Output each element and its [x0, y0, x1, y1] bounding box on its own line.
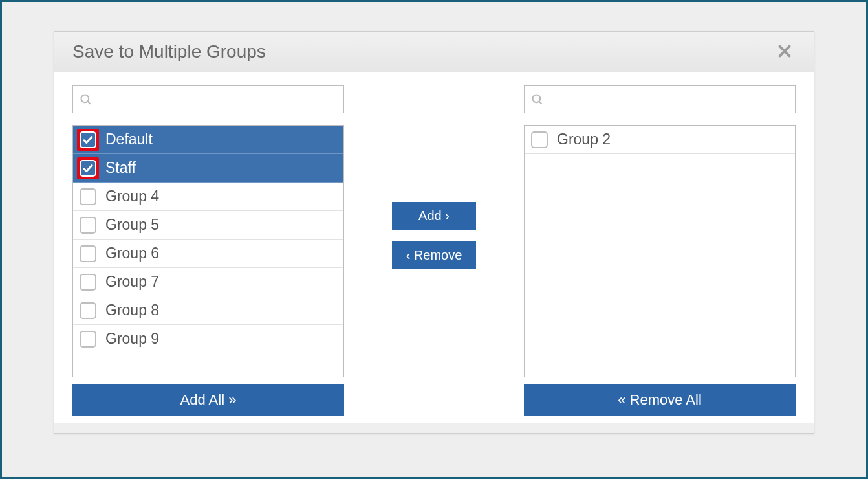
- available-search-input[interactable]: [98, 91, 337, 107]
- list-item-label: Group 4: [105, 188, 159, 205]
- close-button[interactable]: [774, 41, 796, 63]
- selected-groups-column: Group 2 « Remove All: [524, 85, 796, 416]
- checkbox[interactable]: [80, 302, 96, 319]
- selected-search-box[interactable]: [524, 85, 796, 113]
- available-search-box[interactable]: [72, 85, 344, 113]
- close-icon: [776, 43, 793, 60]
- checkbox[interactable]: [80, 245, 96, 262]
- list-item[interactable]: Group 7: [73, 268, 343, 296]
- list-item[interactable]: Group 4: [73, 183, 343, 211]
- svg-point-4: [533, 95, 541, 102]
- list-item-label: Group 2: [557, 131, 611, 148]
- checkbox[interactable]: [80, 331, 96, 348]
- list-item-label: Group 8: [105, 302, 159, 319]
- list-item[interactable]: Group 5: [73, 211, 343, 240]
- svg-line-5: [539, 101, 542, 104]
- add-button[interactable]: Add ›: [392, 202, 476, 230]
- search-icon: [531, 93, 544, 106]
- dialog-title: Save to Multiple Groups: [72, 41, 266, 62]
- highlight-annotation: [77, 157, 99, 179]
- search-icon: [80, 93, 92, 106]
- selected-search-input[interactable]: [549, 91, 788, 107]
- list-item-label: Staff: [105, 159, 136, 177]
- checkbox[interactable]: [80, 217, 96, 234]
- list-item-label: Group 9: [105, 330, 159, 348]
- checkbox[interactable]: [80, 160, 96, 177]
- list-item-label: Group 6: [105, 245, 159, 262]
- list-item[interactable]: Default: [73, 126, 343, 154]
- svg-line-3: [88, 101, 91, 104]
- checkbox[interactable]: [80, 274, 96, 291]
- list-item-label: Default: [105, 131, 153, 148]
- save-to-multiple-groups-dialog: Save to Multiple Groups DefaultStaffGrou…: [54, 31, 814, 434]
- remove-all-button[interactable]: « Remove All: [524, 384, 796, 416]
- list-item-label: Group 5: [105, 216, 159, 234]
- list-item[interactable]: Group 6: [73, 240, 343, 268]
- dialog-header: Save to Multiple Groups: [54, 32, 814, 72]
- dialog-body: DefaultStaffGroup 4Group 5Group 6Group 7…: [54, 72, 814, 416]
- checkbox[interactable]: [80, 131, 96, 148]
- selected-groups-list[interactable]: Group 2: [524, 125, 796, 377]
- checkbox[interactable]: [80, 188, 96, 205]
- add-all-button[interactable]: Add All »: [72, 384, 344, 416]
- list-item[interactable]: Group 9: [73, 325, 343, 353]
- transfer-buttons: Add › ‹ Remove: [344, 85, 524, 416]
- available-groups-list[interactable]: DefaultStaffGroup 4Group 5Group 6Group 7…: [72, 125, 344, 377]
- list-item[interactable]: Group 2: [525, 126, 795, 154]
- list-item-label: Group 7: [105, 273, 159, 291]
- checkbox[interactable]: [531, 131, 548, 148]
- available-groups-column: DefaultStaffGroup 4Group 5Group 6Group 7…: [72, 85, 344, 416]
- remove-button[interactable]: ‹ Remove: [392, 241, 477, 269]
- list-item[interactable]: Group 8: [73, 296, 343, 325]
- svg-point-2: [81, 95, 89, 102]
- list-item[interactable]: Staff: [73, 154, 343, 183]
- dialog-footer: [54, 423, 814, 433]
- highlight-annotation: [77, 129, 99, 151]
